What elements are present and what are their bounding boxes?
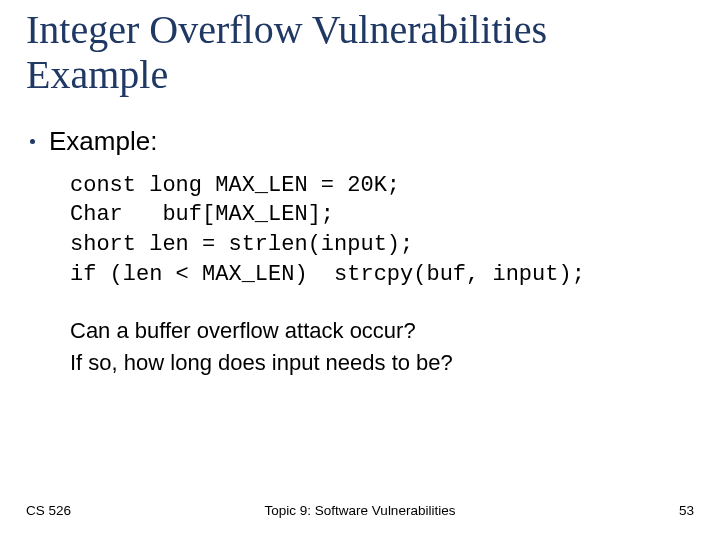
question-line: If so, how long does input needs to be? (70, 347, 694, 379)
bullet-item: Example: (30, 126, 694, 157)
code-line: short len = strlen(input); (70, 232, 413, 257)
bullet-dot-icon (30, 139, 35, 144)
question-line: Can a buffer overflow attack occur? (70, 315, 694, 347)
bullet-label: Example: (49, 126, 157, 157)
slide: Integer Overflow Vulnerabilities Example… (0, 0, 720, 540)
code-line: if (len < MAX_LEN) strcpy(buf, input); (70, 262, 585, 287)
code-line: Char buf[MAX_LEN]; (70, 202, 334, 227)
footer-topic: Topic 9: Software Vulnerabilities (0, 503, 720, 518)
slide-title: Integer Overflow Vulnerabilities Example (26, 8, 694, 98)
code-line: const long MAX_LEN = 20K; (70, 173, 400, 198)
code-block: const long MAX_LEN = 20K; Char buf[MAX_L… (70, 171, 694, 290)
footer-page: 53 (679, 503, 694, 518)
question-block: Can a buffer overflow attack occur? If s… (70, 315, 694, 379)
